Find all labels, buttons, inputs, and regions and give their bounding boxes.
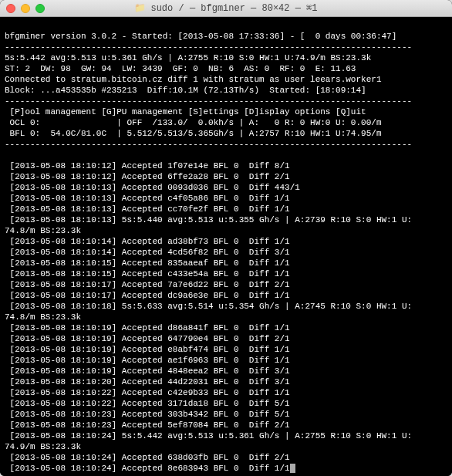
terminal-window: 📁 sudo / — bfgminer — 80×42 — ⌘1 bfgmine… [0, 0, 452, 476]
minimize-icon[interactable] [21, 4, 30, 13]
titlebar[interactable]: 📁 sudo / — bfgminer — 80×42 — ⌘1 [0, 0, 452, 17]
window-title: 📁 sudo / — bfgminer — 80×42 — ⌘1 [0, 2, 452, 14]
stats-line: ST: 2 DW: 98 GW: 94 LW: 3439 GF: 0 NB: 6… [5, 64, 356, 73]
divider: ----------------------------------------… [5, 42, 412, 52]
device-line: OCL 0: | OFF /133.0/ 0.0kh/s | A: 0 R: 0… [5, 118, 381, 127]
device-line: BFL 0: 54.0C/81.0C | 5.512/5.513/5.365Gh… [5, 129, 381, 138]
zoom-icon[interactable] [35, 4, 45, 13]
divider: ----------------------------------------… [5, 140, 412, 149]
terminal-output[interactable]: bfgminer version 3.0.2 - Started: [2013-… [0, 17, 452, 476]
cursor [290, 464, 295, 473]
stats-line: 5s:5.442 avg:5.513 u:5.361 Gh/s | A:2755… [5, 53, 371, 62]
connection-line: Connected to stratum.bitcoin.cz diff 1 w… [5, 75, 381, 84]
block-line: Block: ...a453535b #235213 Diff:10.1M (7… [5, 86, 366, 95]
header-line: bfgminer version 3.0.2 - Started: [2013-… [5, 32, 396, 41]
close-icon[interactable] [6, 4, 15, 13]
folder-icon: 📁 [134, 2, 146, 14]
traffic-lights [6, 4, 45, 13]
menu-line: [P]ool management [G]PU management [S]et… [5, 107, 366, 116]
title-text: sudo / — bfgminer — 80×42 — ⌘1 [150, 2, 317, 14]
divider: ----------------------------------------… [5, 96, 412, 106]
log-lines: [2013-05-08 18:10:12] Accepted 1f07e14e … [5, 161, 412, 473]
